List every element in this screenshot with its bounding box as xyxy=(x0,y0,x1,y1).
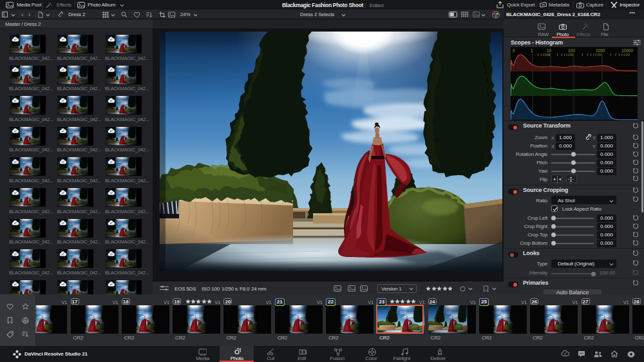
svg-text:1000: 1000 xyxy=(596,48,605,53)
svg-text:10: 10 xyxy=(547,48,552,53)
svg-text:100: 100 xyxy=(568,48,575,53)
svg-text:10000: 10000 xyxy=(621,48,633,53)
svg-text:0: 0 xyxy=(513,48,515,53)
svg-text:1: 1 xyxy=(531,48,533,53)
